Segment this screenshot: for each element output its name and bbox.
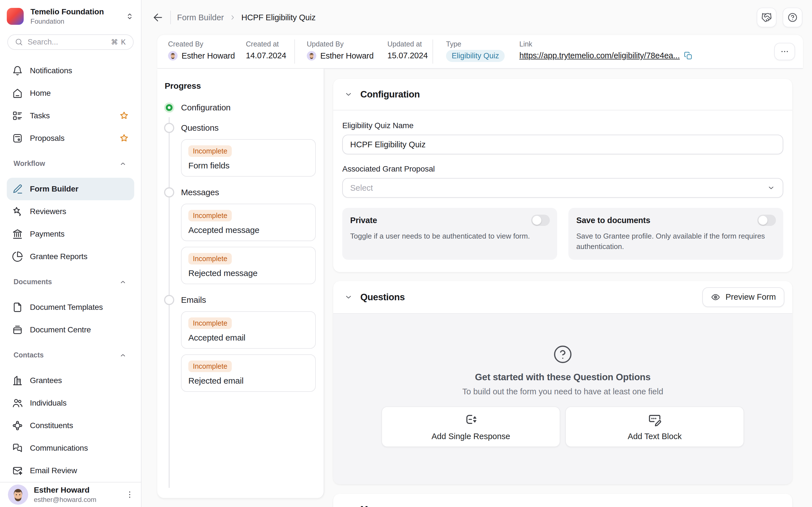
progress-item-accepted-email[interactable]: IncompleteAccepted email: [181, 311, 316, 349]
nodes-icon: [12, 420, 23, 431]
sidebar-section-documents[interactable]: Documents: [7, 268, 134, 296]
user-menu[interactable]: Esther Howard esther@howard.com: [0, 482, 141, 507]
questions-title: Questions: [360, 292, 405, 302]
sidebar-nav: NotificationsHomeTasksProposalsWorkflowF…: [0, 59, 141, 482]
building-icon: [12, 375, 23, 386]
proposal-select[interactable]: Select: [342, 178, 783, 198]
progress-item-label: Form fields: [188, 161, 308, 170]
step-label: Configuration: [181, 103, 231, 112]
progress-step-messages[interactable]: Messages: [164, 182, 316, 203]
search-input[interactable]: Search... ⌘ K: [7, 34, 134, 50]
step-indicator: [164, 187, 174, 198]
private-description: Toggle if a user needs to be authenticat…: [350, 231, 550, 241]
org-name: Temelio Foundation: [31, 7, 118, 16]
questions-header[interactable]: Questions Preview Form: [333, 281, 792, 314]
sidebar-item-email-review[interactable]: Email Review: [7, 459, 134, 482]
messages-section: Messages: [333, 494, 792, 507]
chevron-down-icon: [344, 293, 353, 302]
pie-icon: [12, 251, 23, 262]
sidebar-item-notifications[interactable]: Notifications: [7, 59, 134, 82]
search-placeholder: Search...: [28, 38, 106, 47]
option-label: Add Text Block: [627, 432, 681, 441]
back-button[interactable]: [152, 11, 164, 23]
sidebar-item-individuals[interactable]: Individuals: [7, 392, 134, 414]
kebab-menu-icon[interactable]: [125, 490, 134, 499]
tasks-icon: [12, 110, 23, 121]
sidebar-item-document-centre[interactable]: Document Centre: [7, 319, 134, 341]
bell-icon: [12, 65, 23, 76]
file-icon: [12, 302, 23, 313]
text-block-icon: [647, 412, 662, 427]
sidebar-item-label: Payments: [30, 230, 129, 238]
progress-item-accepted-message[interactable]: IncompleteAccepted message: [181, 204, 316, 241]
step-indicator: [164, 295, 174, 305]
question-mark-icon: [553, 344, 573, 364]
progress-item-rejected-message[interactable]: IncompleteRejected message: [181, 247, 316, 284]
configuration-header[interactable]: Configuration: [333, 79, 792, 110]
step-label: Emails: [181, 295, 206, 305]
chevron-down-icon: [767, 184, 775, 192]
sidebar-section-workflow[interactable]: Workflow: [7, 150, 134, 178]
sidebar-item-home[interactable]: Home: [7, 82, 134, 105]
add-single-response-button[interactable]: Add Single Response: [382, 406, 560, 447]
progress-step-configuration[interactable]: Configuration: [164, 98, 316, 118]
org-subtitle: Foundation: [31, 17, 118, 25]
chats-icon: [12, 443, 23, 454]
progress-title: Progress: [165, 81, 316, 91]
form-link[interactable]: https://app.trytemelio.com/eligibility/7…: [519, 51, 680, 60]
progress-item-form-fields[interactable]: IncompleteForm fields: [181, 139, 316, 177]
help-button[interactable]: [783, 8, 802, 27]
sidebar-item-grantees[interactable]: Grantees: [7, 369, 134, 392]
star-icon[interactable]: [119, 111, 129, 121]
sidebar-item-grantee-reports[interactable]: Grantee Reports: [7, 245, 134, 268]
sidebar: Temelio Foundation Foundation Search... …: [0, 0, 142, 507]
preview-form-button[interactable]: Preview Form: [702, 287, 784, 307]
option-label: Add Single Response: [432, 432, 510, 441]
progress-item-label: Rejected email: [188, 376, 308, 386]
step-indicator: [164, 123, 174, 133]
status-badge: Incomplete: [188, 253, 232, 265]
add-text-block-button[interactable]: Add Text Block: [565, 406, 744, 447]
star-icon[interactable]: [119, 133, 129, 144]
org-switcher[interactable]: Temelio Foundation Foundation: [0, 0, 141, 25]
configuration-section: Configuration Eligibility Quiz Name HCPF…: [333, 79, 792, 272]
more-actions-button[interactable]: [774, 43, 795, 60]
messages-header[interactable]: Messages: [333, 494, 792, 507]
progress-item-label: Accepted message: [188, 225, 308, 235]
breadcrumb-current: HCPF Eligibility Quiz: [241, 13, 315, 22]
proposal-label: Associated Grant Proposal: [342, 165, 783, 173]
private-toggle[interactable]: [531, 215, 550, 226]
messages-title: Messages: [360, 504, 404, 507]
empty-state-title: Get started with these Question Options: [475, 372, 651, 383]
sidebar-item-form-builder[interactable]: Form Builder: [7, 178, 134, 200]
questions-empty-state: Get started with these Question Options …: [333, 314, 792, 484]
sidebar-item-label: Communications: [30, 444, 129, 453]
sidebar-item-constituents[interactable]: Constituents: [7, 414, 134, 437]
sidebar-section-contacts[interactable]: Contacts: [7, 341, 134, 369]
progress-panel: Progress ConfigurationQuestionsIncomplet…: [157, 69, 324, 498]
updated-by-label: Updated By: [307, 40, 388, 48]
step-indicator: [164, 103, 174, 113]
sidebar-item-proposals[interactable]: Proposals: [7, 127, 134, 150]
handshake-icon: [761, 12, 772, 23]
mail-icon: [12, 465, 23, 476]
sidebar-item-tasks[interactable]: Tasks: [7, 105, 134, 127]
sidebar-item-payments[interactable]: Payments: [7, 223, 134, 245]
created-at-label: Created at: [246, 40, 294, 48]
quiz-name-input[interactable]: HCPF Eligibility Quiz: [342, 135, 783, 154]
progress-step-questions[interactable]: Questions: [164, 118, 316, 138]
progress-item-label: Rejected message: [188, 269, 308, 278]
sidebar-item-reviewers[interactable]: Reviewers: [7, 200, 134, 223]
collaboration-button[interactable]: [757, 8, 776, 27]
copy-icon[interactable]: [684, 51, 693, 60]
link-label: Link: [519, 40, 774, 48]
sidebar-item-label: Notifications: [30, 66, 129, 75]
sidebar-item-document-templates[interactable]: Document Templates: [7, 296, 134, 319]
progress-item-rejected-email[interactable]: IncompleteRejected email: [181, 354, 316, 392]
sidebar-item-label: Reviewers: [30, 207, 129, 216]
section-label: Documents: [13, 278, 118, 286]
breadcrumb-parent[interactable]: Form Builder: [177, 13, 224, 22]
save-to-documents-toggle[interactable]: [757, 215, 776, 226]
progress-step-emails[interactable]: Emails: [164, 290, 316, 310]
sidebar-item-communications[interactable]: Communications: [7, 437, 134, 459]
